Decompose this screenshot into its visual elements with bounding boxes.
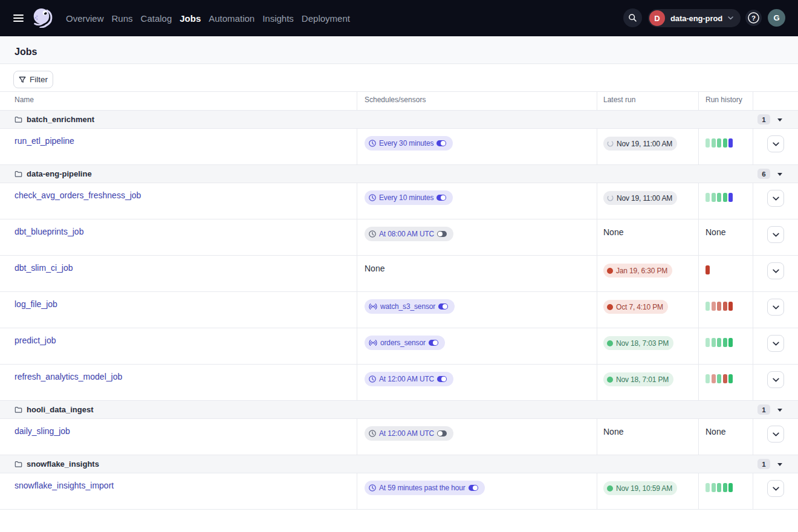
svg-text:?: ? — [751, 15, 756, 22]
